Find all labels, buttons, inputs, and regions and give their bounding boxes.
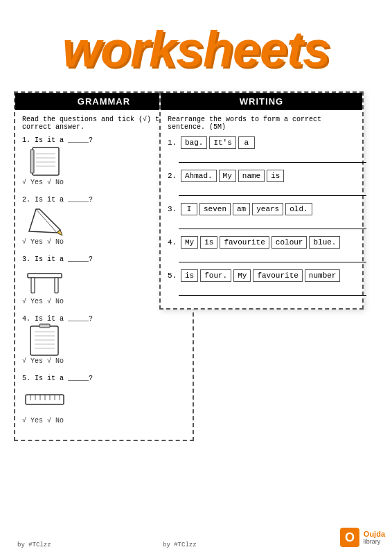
- grammar-tick-4: √ Yes √ No: [22, 357, 64, 365]
- writing-item-5: 5. is four. My favourite number: [168, 269, 355, 296]
- word-box-4-3: favourite: [220, 236, 269, 249]
- grammar-item-num-4: 4. Is it a _____?: [22, 315, 93, 323]
- grammar-tick-2: √ Yes √ No: [22, 238, 64, 246]
- word-box-4-4: colour: [271, 236, 308, 249]
- svg-rect-13: [30, 326, 58, 355]
- svg-marker-6: [29, 209, 60, 233]
- writing-item-3: 3. I seven am years old.: [168, 203, 355, 229]
- grammar-item-num-2: 2. Is it a _____?: [22, 196, 93, 204]
- word-box-5-2: four.: [200, 269, 231, 282]
- grammar-tick-5: √ Yes √ No: [22, 417, 64, 425]
- grammar-item-4: 4. Is it a _____? √ Yes √ No: [22, 315, 186, 365]
- grammar-item-num-1: 1. Is it a _____?: [22, 136, 93, 144]
- word-box-5-5: number: [305, 269, 341, 282]
- svg-rect-0: [33, 148, 59, 175]
- writing-item-num-4: 4.: [168, 238, 179, 247]
- writing-instruction: Rearrange the words to form a correct se…: [168, 116, 355, 131]
- answer-line-4: [179, 251, 366, 262]
- svg-rect-19: [39, 324, 50, 328]
- writing-item-4: 4. My is favourite colour blue.: [168, 236, 355, 262]
- word-box-1-2: It's: [209, 136, 235, 149]
- word-box-4-1: My: [181, 236, 198, 249]
- oujda-name: Oujda: [364, 530, 385, 538]
- writing-header: WRITING: [161, 93, 362, 110]
- writing-item-num-2: 2.: [168, 172, 179, 180]
- writing-item-num-1: 1.: [168, 138, 179, 147]
- writing-item-1: 1. bag. It's a: [168, 136, 355, 163]
- word-box-1-3: a: [238, 136, 255, 149]
- word-box-3-3: am: [233, 203, 250, 215]
- word-box-5-4: favourite: [253, 269, 302, 282]
- notepad-icon: [22, 323, 67, 357]
- oujda-icon: O: [339, 526, 361, 548]
- word-box-3-1: I: [181, 203, 197, 215]
- answer-line-1: [179, 152, 366, 163]
- writing-item-num-5: 5.: [168, 271, 179, 280]
- word-box-3-4: years: [252, 203, 283, 215]
- word-box-2-3: name: [238, 170, 265, 182]
- pencil-icon: [22, 204, 67, 238]
- word-box-5-3: My: [233, 269, 251, 282]
- word-box-3-2: seven: [199, 203, 231, 215]
- answer-line-5: [179, 285, 366, 296]
- grammar-item-5: 5. Is it a _____? √ Yes √ No: [22, 375, 186, 425]
- word-box-2-2: My: [219, 170, 236, 182]
- grammar-tick-3: √ Yes √ No: [22, 298, 64, 305]
- word-box-2-4: is: [267, 170, 284, 182]
- notebook-icon: [22, 144, 67, 179]
- table-icon: [22, 263, 67, 298]
- word-box-4-5: blue.: [309, 236, 340, 249]
- oujda-subtext: library: [364, 538, 385, 545]
- answer-line-3: [179, 218, 366, 229]
- oujda-logo-section: O Oujda library: [339, 526, 385, 548]
- svg-rect-20: [26, 395, 64, 404]
- svg-rect-10: [28, 274, 62, 278]
- word-box-2-1: Ahmad.: [181, 170, 217, 182]
- grammar-item-num-3: 3. Is it a _____?: [22, 256, 93, 263]
- ruler-icon: [22, 382, 67, 417]
- writing-credit: by #TClzz: [163, 542, 197, 548]
- svg-rect-1: [30, 150, 34, 173]
- page-title: worksheets: [62, 21, 330, 77]
- writing-item-num-3: 3.: [168, 205, 179, 213]
- grammar-item-num-5: 5. Is it a _____?: [22, 375, 93, 382]
- word-box-5-1: is: [181, 269, 198, 282]
- svg-rect-11: [31, 278, 35, 293]
- svg-rect-12: [55, 278, 58, 293]
- title-section: worksheets: [0, 0, 392, 91]
- svg-text:O: O: [345, 530, 355, 544]
- word-box-1-1: bag.: [181, 136, 207, 149]
- word-box-4-2: is: [200, 236, 217, 249]
- grammar-credit: by #TClzz: [17, 542, 51, 548]
- writing-item-2: 2. Ahmad. My name is: [168, 170, 355, 196]
- writing-worksheet: WRITING Rearrange the words to form a co…: [159, 91, 364, 310]
- word-box-3-5: old.: [285, 203, 312, 215]
- answer-line-2: [179, 185, 366, 196]
- grammar-tick-1: √ Yes √ No: [22, 179, 64, 186]
